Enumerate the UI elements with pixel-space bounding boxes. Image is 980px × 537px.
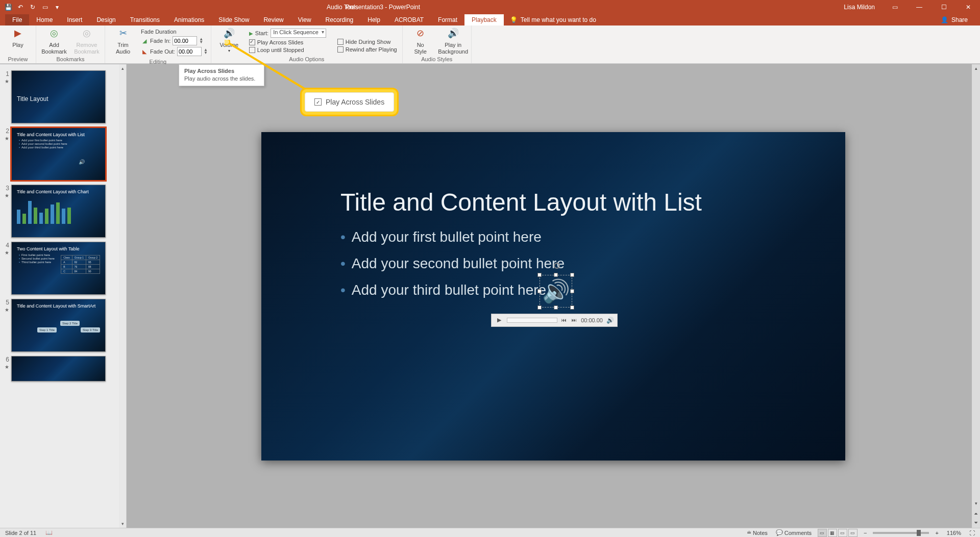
qat-more-icon[interactable]: ▾	[53, 3, 61, 11]
slide-thumbnail-4[interactable]: Two Content Layout with Table First bull…	[11, 242, 106, 295]
canvas-scrollbar[interactable]: ▴ ▾ ⏶ ⏷	[972, 64, 980, 528]
comments-button[interactable]: 💬 Comments	[774, 529, 814, 536]
no-style-button[interactable]: ⊘ No Style	[406, 28, 435, 55]
tab-view[interactable]: View	[291, 14, 318, 25]
zoom-out-icon[interactable]: −	[862, 530, 869, 536]
play-across-slides-checkbox[interactable]: Play Across Slides	[249, 39, 326, 45]
step-back-icon[interactable]: ⏮	[560, 317, 568, 324]
undo-icon[interactable]: ↶	[16, 3, 24, 11]
scroll-up-icon[interactable]: ▴	[119, 64, 126, 72]
hide-during-show-checkbox[interactable]: Hide During Show	[337, 39, 397, 45]
checkbox-checked-icon	[249, 39, 255, 45]
smartart-step: Step 2 Title	[60, 321, 80, 326]
tab-insert[interactable]: Insert	[60, 14, 89, 25]
add-bookmark-button[interactable]: ◎ Add Bookmark	[39, 28, 69, 55]
rotate-handle-icon[interactable]	[554, 263, 560, 269]
tab-slideshow[interactable]: Slide Show	[211, 14, 256, 25]
tab-acrobat[interactable]: ACROBAT	[387, 14, 431, 25]
play-button[interactable]: ▶ Play	[3, 28, 33, 48]
tell-me-search[interactable]: 💡 Tell me what you want to do	[504, 14, 602, 25]
user-name[interactable]: Lisa Mildon	[837, 4, 882, 11]
volume-button[interactable]: 🔊 Volume ▾	[214, 28, 244, 54]
tab-recording[interactable]: Recording	[318, 14, 361, 25]
tab-file[interactable]: File	[5, 14, 29, 25]
resize-handle[interactable]	[570, 289, 574, 293]
zoom-thumb[interactable]	[917, 530, 921, 536]
slide-thumbnail-6[interactable]	[11, 356, 106, 381]
next-slide-icon[interactable]: ⏷	[972, 519, 980, 527]
fade-out-icon: ◣	[141, 48, 148, 55]
save-icon[interactable]: 💾	[4, 3, 12, 11]
audio-progress[interactable]	[507, 318, 557, 323]
spinner-icon[interactable]: ▲▼	[204, 48, 208, 54]
tab-help[interactable]: Help	[360, 14, 387, 25]
tab-format[interactable]: Format	[431, 14, 464, 25]
audio-object[interactable]: 🔊	[540, 275, 572, 308]
loop-checkbox[interactable]: Loop until Stopped	[249, 47, 326, 53]
slide-thumbnail-5[interactable]: Title and Content Layout with SmartArt S…	[11, 299, 106, 352]
zoom-in-icon[interactable]: +	[933, 530, 940, 536]
scroll-down-icon[interactable]: ▾	[972, 499, 980, 507]
bookmark-add-icon: ◎	[48, 28, 60, 40]
reading-view-icon[interactable]: ▭	[838, 529, 847, 537]
fit-to-window-icon[interactable]: ⛶	[967, 530, 977, 536]
resize-handle[interactable]	[537, 273, 542, 277]
close-button[interactable]: ✕	[957, 0, 980, 14]
step-forward-icon[interactable]: ⏭	[571, 317, 578, 324]
tab-animations[interactable]: Animations	[167, 14, 211, 25]
resize-handle[interactable]	[554, 305, 558, 310]
trim-label: Trim Audio	[116, 42, 130, 55]
spinner-icon[interactable]: ▲▼	[199, 38, 203, 43]
normal-view-icon[interactable]: ▭	[818, 529, 827, 537]
thumb-number: 3	[6, 185, 9, 192]
zoom-level[interactable]: 116%	[945, 530, 963, 536]
group-editing: Editing	[108, 58, 208, 65]
slideshow-view-icon[interactable]: ▭	[848, 529, 857, 537]
thumbnail-scrollbar[interactable]: ▴ ▾	[119, 64, 126, 528]
fade-out-input[interactable]	[177, 47, 202, 56]
scroll-up-icon[interactable]: ▴	[972, 64, 980, 72]
tab-design[interactable]: Design	[89, 14, 122, 25]
resize-handle[interactable]	[570, 305, 574, 310]
scroll-down-icon[interactable]: ▾	[119, 520, 126, 528]
resize-handle[interactable]	[570, 273, 574, 277]
slide[interactable]: Title and Content Layout with List Add y…	[261, 132, 845, 461]
audio-volume-icon[interactable]: 🔊	[606, 317, 614, 324]
slide-bullets[interactable]: Add your first bullet point here Add you…	[340, 229, 565, 309]
tab-playback[interactable]: Playback	[464, 14, 504, 25]
play-in-background-button[interactable]: 🔊 Play in Background	[438, 28, 468, 55]
play-across-label: Play Across Slides	[257, 39, 303, 45]
tab-review[interactable]: Review	[256, 14, 290, 25]
minimize-button[interactable]: —	[908, 0, 931, 14]
resize-handle[interactable]	[537, 289, 542, 293]
resize-handle[interactable]	[537, 305, 542, 310]
maximize-button[interactable]: ☐	[932, 0, 955, 14]
sorter-view-icon[interactable]: ▦	[828, 529, 837, 537]
fade-in-input[interactable]	[173, 36, 197, 45]
tab-home[interactable]: Home	[29, 14, 60, 25]
audio-play-button[interactable]: ▶	[495, 316, 504, 325]
group-preview: Preview	[3, 55, 33, 62]
slide-title[interactable]: Title and Content Layout with List	[340, 188, 702, 216]
slide-thumbnail-3[interactable]: Title and Content Layout with Chart	[11, 185, 106, 238]
group-audio-options: Audio Options	[214, 55, 399, 62]
share-button[interactable]: 👤 Share	[936, 14, 973, 25]
slide-counter[interactable]: Slide 2 of 11	[3, 530, 38, 536]
tab-transitions[interactable]: Transitions	[123, 14, 167, 25]
ribbon-display-icon[interactable]: ▭	[883, 0, 906, 14]
redo-icon[interactable]: ↻	[29, 3, 37, 11]
spellcheck-icon[interactable]: 📖	[43, 529, 55, 536]
trim-audio-button[interactable]: ✂ Trim Audio	[108, 28, 138, 55]
start-from-beginning-icon[interactable]: ▭	[41, 3, 49, 11]
zoom-slider[interactable]	[873, 532, 929, 534]
resize-handle[interactable]	[554, 273, 558, 277]
slide-thumbnail-1[interactable]: Title Layout	[11, 70, 106, 123]
prev-slide-icon[interactable]: ⏶	[972, 509, 980, 518]
animation-star-icon: ★	[5, 250, 9, 255]
start-select[interactable]: In Click Sequence	[271, 29, 326, 38]
rewind-checkbox[interactable]: Rewind after Playing	[337, 46, 397, 53]
notes-button[interactable]: ≐ Notes	[745, 529, 770, 536]
slide-thumbnail-2[interactable]: Title and Content Layout with List Add y…	[11, 127, 106, 181]
no-style-icon: ⊘	[414, 28, 427, 40]
thumb-number: 2	[6, 127, 9, 135]
